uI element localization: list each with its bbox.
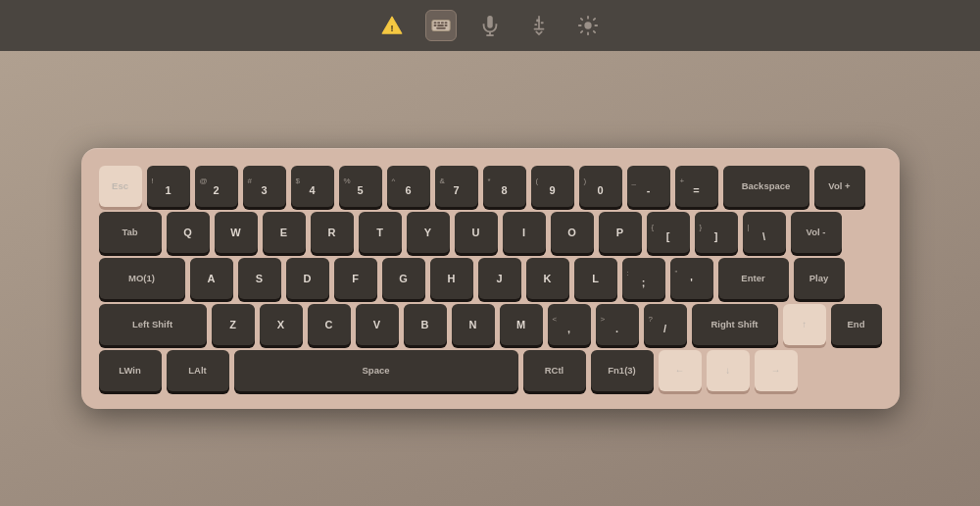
key-tab[interactable]: Tab: [99, 212, 162, 253]
key-right[interactable]: →: [755, 350, 798, 391]
svg-rect-9: [436, 27, 445, 29]
svg-rect-6: [434, 25, 437, 26]
svg-rect-13: [541, 22, 544, 24]
key-lshift[interactable]: Left Shift: [99, 304, 207, 345]
key-h[interactable]: H: [430, 258, 473, 299]
key-a[interactable]: A: [190, 258, 233, 299]
usb-icon[interactable]: [523, 10, 555, 41]
key-rctl[interactable]: RCtl: [523, 350, 586, 391]
key-1[interactable]: !1: [147, 166, 190, 207]
keyboard: Esc!1@2#3$4%5^6&7*8(9)0_-+=BackspaceVol …: [81, 148, 900, 409]
key-rbracket[interactable]: }]: [695, 212, 738, 253]
svg-rect-5: [445, 22, 448, 24]
key-backslash[interactable]: |\: [743, 212, 786, 253]
key-g[interactable]: G: [382, 258, 425, 299]
key-period[interactable]: >.: [596, 304, 639, 345]
svg-rect-2: [434, 22, 437, 24]
key-k[interactable]: K: [526, 258, 569, 299]
key-7[interactable]: &7: [435, 166, 478, 207]
key-l[interactable]: L: [574, 258, 617, 299]
key-mo1[interactable]: MO(1): [99, 258, 185, 299]
key-voldown[interactable]: Vol -: [791, 212, 842, 253]
row-asdf: MO(1)ASDFGHJKL:;"'EnterPlay: [99, 258, 882, 299]
key-8[interactable]: *8: [483, 166, 526, 207]
keyboard-icon[interactable]: [425, 10, 457, 41]
key-i[interactable]: I: [503, 212, 546, 253]
key-comma[interactable]: <,: [548, 304, 591, 345]
svg-rect-8: [445, 25, 448, 26]
key-e[interactable]: E: [263, 212, 306, 253]
warning-icon[interactable]: !: [376, 10, 408, 41]
key-4[interactable]: $4: [291, 166, 334, 207]
key-y[interactable]: Y: [407, 212, 450, 253]
key-semicolon[interactable]: :;: [622, 258, 665, 299]
key-6[interactable]: ^6: [387, 166, 430, 207]
key-p[interactable]: P: [599, 212, 642, 253]
key-volup[interactable]: Vol +: [814, 166, 865, 207]
key-quote[interactable]: "': [670, 258, 713, 299]
row-number: Esc!1@2#3$4%5^6&7*8(9)0_-+=BackspaceVol …: [99, 166, 882, 207]
key-u[interactable]: U: [455, 212, 498, 253]
key-lbracket[interactable]: {[: [647, 212, 690, 253]
key-s[interactable]: S: [238, 258, 281, 299]
key-w[interactable]: W: [215, 212, 258, 253]
key-lalt[interactable]: LAlt: [167, 350, 229, 391]
key-v[interactable]: V: [356, 304, 399, 345]
key-fn13[interactable]: Fn1(3): [591, 350, 654, 391]
key-n[interactable]: N: [452, 304, 495, 345]
key-play[interactable]: Play: [794, 258, 845, 299]
svg-rect-7: [437, 25, 443, 26]
key-r[interactable]: R: [311, 212, 354, 253]
topbar: !: [0, 0, 980, 51]
mic-icon[interactable]: [474, 10, 506, 41]
key-down[interactable]: ↓: [707, 350, 750, 391]
svg-rect-12: [536, 20, 540, 23]
key-c[interactable]: C: [308, 304, 351, 345]
key-0[interactable]: )0: [579, 166, 622, 207]
row-zxcv: Left ShiftZXCVBNM<,>.?/Right Shift↑End: [99, 304, 882, 345]
key-space[interactable]: Space: [234, 350, 518, 391]
key-3[interactable]: #3: [243, 166, 286, 207]
key-z[interactable]: Z: [212, 304, 255, 345]
settings-icon[interactable]: [572, 10, 604, 41]
key-rshift[interactable]: Right Shift: [692, 304, 778, 345]
key-t[interactable]: T: [359, 212, 402, 253]
key-2[interactable]: @2: [195, 166, 238, 207]
key-end[interactable]: End: [831, 304, 882, 345]
svg-text:!: !: [390, 24, 393, 33]
svg-rect-14: [534, 24, 537, 25]
key-left[interactable]: ←: [659, 350, 702, 391]
key-5[interactable]: %5: [339, 166, 382, 207]
main-area: Esc!1@2#3$4%5^6&7*8(9)0_-+=BackspaceVol …: [0, 51, 980, 506]
key-d[interactable]: D: [286, 258, 329, 299]
key-o[interactable]: O: [551, 212, 594, 253]
key-minus[interactable]: _-: [627, 166, 670, 207]
key-enter[interactable]: Enter: [718, 258, 789, 299]
key-esc[interactable]: Esc: [99, 166, 142, 207]
row-bottom: LWinLAltSpaceRCtlFn1(3)←↓→: [99, 350, 882, 391]
key-9[interactable]: (9: [531, 166, 574, 207]
key-x[interactable]: X: [260, 304, 303, 345]
key-equal[interactable]: +=: [675, 166, 718, 207]
key-up[interactable]: ↑: [783, 304, 826, 345]
key-slash[interactable]: ?/: [644, 304, 687, 345]
key-m[interactable]: M: [500, 304, 543, 345]
key-j[interactable]: J: [478, 258, 521, 299]
svg-rect-4: [441, 22, 444, 24]
key-lwin[interactable]: LWin: [99, 350, 162, 391]
key-backspace[interactable]: Backspace: [723, 166, 809, 207]
key-b[interactable]: B: [404, 304, 447, 345]
row-qwerty: TabQWERTYUIOP{[}]|\Vol -: [99, 212, 882, 253]
svg-rect-3: [437, 22, 440, 24]
key-q[interactable]: Q: [167, 212, 210, 253]
key-f[interactable]: F: [334, 258, 377, 299]
